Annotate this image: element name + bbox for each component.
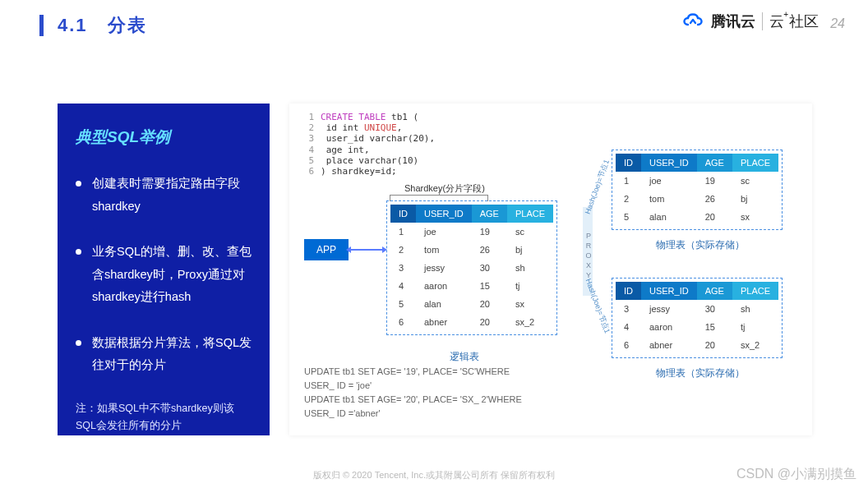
shardkey-stem <box>439 189 440 195</box>
hash-label-2: Hash(Joe)=节点1 <box>583 277 612 334</box>
logic-table: IDUSER_IDAGEPLACE1joe19sc2tom26bj3jessy3… <box>390 205 553 331</box>
logo-divider <box>762 12 763 30</box>
bullet-3: 数据根据分片算法，将SQL发往对于的分片 <box>76 332 253 377</box>
watermark: CSDN @小满别摸鱼 <box>736 466 856 483</box>
table-header: ID <box>616 282 641 300</box>
phys-table-2-label: 物理表（实际存储） <box>656 366 745 380</box>
table-header: ID <box>616 154 641 172</box>
table-row: 6abner20sx_2 <box>390 313 553 331</box>
sidebar-panel: 典型SQL举例 创建表时需要指定路由字段shardkey 业务SQL的增、删、改… <box>58 104 270 435</box>
tencent-cloud-icon <box>681 12 704 31</box>
title-accent-bar <box>39 15 44 36</box>
main-panel: 1CREATE TABLE tb1 ( 2 id int UNIQUE, 3 u… <box>289 104 812 435</box>
bullet-2: 业务SQL的增、删、改、查包含shardkey时，Proxy通过对shardke… <box>76 241 253 309</box>
section-title: 4.1 分表 <box>58 13 147 38</box>
table-row: 5alan20sx <box>616 208 778 226</box>
community-text: 云+社区 <box>769 12 819 31</box>
sidebar-note: 注：如果SQL中不带shardkey则该SQL会发往所有的分片 <box>76 400 253 435</box>
logic-table-label: 逻辑表 <box>450 350 479 364</box>
sidebar-title: 典型SQL举例 <box>76 127 253 148</box>
hash-label-1: Hash(Joe)=节点1 <box>583 158 612 215</box>
shardkey-label: Shardkey(分片字段) <box>404 182 485 195</box>
sql-code-block: 1CREATE TABLE tb1 ( 2 id int UNIQUE, 3 u… <box>304 112 435 177</box>
table-row: 1joe19sc <box>616 172 778 190</box>
table-row: 3jessy30sh <box>390 259 553 277</box>
table-row: 1joe19sc <box>390 223 553 241</box>
physical-table-1: IDUSER_IDAGEPLACE1joe19sc2tom26bj5alan20… <box>616 154 778 226</box>
table-header: PLACE <box>732 154 778 172</box>
physical-table-2: IDUSER_IDAGEPLACE3jessy30sh4aaron15tj6ab… <box>616 282 778 354</box>
phys-table-2-wrap: IDUSER_IDAGEPLACE3jessy30sh4aaron15tj6ab… <box>612 278 783 358</box>
app-arrow <box>350 249 383 251</box>
table-row: 4aaron15tj <box>390 277 553 295</box>
table-row: 2tom26bj <box>390 241 553 259</box>
phys-table-1-label: 物理表（实际存储） <box>656 238 745 252</box>
table-row: 6abner20sx_2 <box>616 336 778 354</box>
table-header: AGE <box>472 205 507 223</box>
table-header: PLACE <box>507 205 553 223</box>
table-row: 5alan20sx <box>390 295 553 313</box>
section-name: 分表 <box>108 15 147 35</box>
table-header: USER_ID <box>416 205 472 223</box>
table-header: PLACE <box>732 282 778 300</box>
section-number: 4.1 <box>58 15 88 35</box>
table-header: AGE <box>697 154 732 172</box>
table-header: ID <box>390 205 416 223</box>
table-header: USER_ID <box>641 154 697 172</box>
table-header: USER_ID <box>641 282 697 300</box>
sidebar-list: 创建表时需要指定路由字段shardkey 业务SQL的增、删、改、查包含shar… <box>76 173 253 377</box>
tencent-cloud-text: 腾讯云 <box>711 12 755 31</box>
table-row: 3jessy30sh <box>616 300 778 318</box>
logic-table-wrap: IDUSER_IDAGEPLACE1joe19sc2tom26bj3jessy3… <box>386 200 557 335</box>
table-row: 4aaron15tj <box>616 318 778 336</box>
page-number: 24 <box>830 16 845 31</box>
header-logos: 腾讯云 云+社区 <box>681 12 819 31</box>
app-box: APP <box>304 239 349 260</box>
update-statements: UPDATE tb1 SET AGE= '19', PLACE= 'SC'WHE… <box>304 365 522 421</box>
phys-table-1-wrap: IDUSER_IDAGEPLACE1joe19sc2tom26bj5alan20… <box>612 150 783 230</box>
bullet-1: 创建表时需要指定路由字段shardkey <box>76 173 253 218</box>
table-row: 2tom26bj <box>616 190 778 208</box>
table-header: AGE <box>697 282 732 300</box>
